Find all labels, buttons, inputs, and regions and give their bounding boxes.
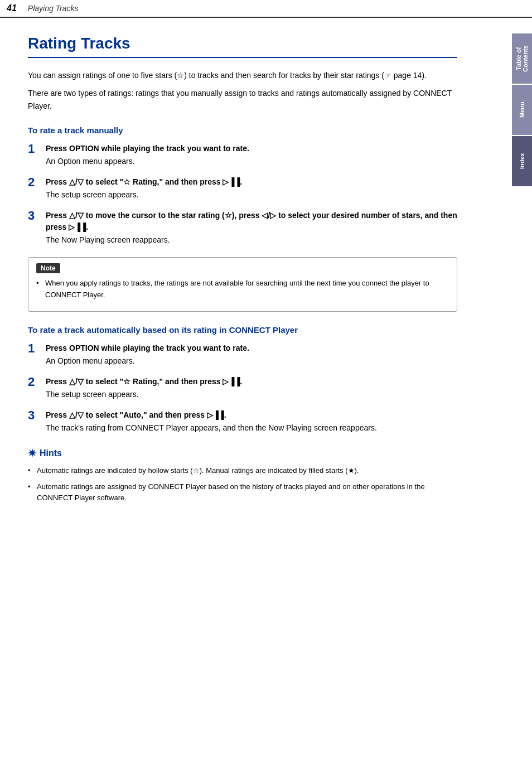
hint-item-2: Automatic ratings are assigned by CONNEC… [28, 481, 457, 505]
note-label: Note [36, 263, 60, 273]
section1-step3: 3 Press △/▽ to move the cursor to the st… [28, 210, 457, 246]
s2-step3-content: Press △/▽ to select "Auto," and then pre… [46, 409, 457, 434]
s2-step2-sub: The setup screen appears. [46, 389, 457, 400]
hints-section: ✷ Hints Automatic ratings are indicated … [28, 447, 457, 504]
step3-number: 3 [28, 209, 46, 223]
section1-step1: 1 Press OPTION while playing the track y… [28, 143, 457, 167]
header-bar: 41 Playing Tracks [0, 0, 532, 18]
section2-step3: 3 Press △/▽ to select "Auto," and then p… [28, 409, 457, 434]
s2-step1-number: 1 [28, 341, 46, 356]
hint-item-1: Automatic ratings are indicated by hollo… [28, 465, 457, 477]
step2-number: 2 [28, 175, 46, 190]
tab-toc[interactable]: Table ofContents [512, 33, 532, 84]
section1-step2: 2 Press △/▽ to select "☆ Rating," and th… [28, 176, 457, 201]
section2-heading: To rate a track automatically based on i… [28, 325, 457, 335]
intro-paragraph-2: There are two types of ratings: ratings … [28, 87, 457, 112]
step2-content: Press △/▽ to select "☆ Rating," and then… [46, 176, 457, 201]
s2-step1-content: Press OPTION while playing the track you… [46, 342, 457, 367]
s2-step2-number: 2 [28, 375, 46, 389]
intro-paragraph-1: You can assign ratings of one to five st… [28, 69, 457, 81]
hints-label: Hints [40, 448, 62, 458]
hints-list: Automatic ratings are indicated by hollo… [28, 465, 457, 504]
s2-step1-main: Press OPTION while playing the track you… [46, 342, 457, 354]
step1-content: Press OPTION while playing the track you… [46, 143, 457, 167]
step3-sub: The Now Playing screen reappears. [46, 234, 457, 246]
note-box: Note When you apply ratings to tracks, t… [28, 257, 457, 312]
tab-index[interactable]: Index [512, 136, 532, 186]
main-content: Rating Tracks You can assign ratings of … [0, 18, 485, 531]
step1-number: 1 [28, 142, 46, 156]
hints-icon: ✷ [28, 447, 36, 460]
s2-step3-number: 3 [28, 408, 46, 423]
page-number: 41 [7, 3, 17, 13]
step2-sub: The setup screen appears. [46, 189, 457, 201]
note-item: When you apply ratings to tracks, the ra… [36, 278, 449, 301]
section1-heading: To rate a track manually [28, 125, 457, 135]
s2-step2-content: Press △/▽ to select "☆ Rating," and then… [46, 376, 457, 400]
s2-step3-sub: The track's rating from CONNECT Player a… [46, 422, 457, 434]
section2-step2: 2 Press △/▽ to select "☆ Rating," and th… [28, 376, 457, 400]
note-list: When you apply ratings to tracks, the ra… [36, 278, 449, 301]
header-title: Playing Tracks [28, 4, 79, 13]
sidebar-tabs: Table ofContents Menu Index [512, 33, 532, 186]
page-heading: Rating Tracks [28, 35, 457, 58]
s2-step2-main: Press △/▽ to select "☆ Rating," and then… [46, 376, 457, 388]
step3-content: Press △/▽ to move the cursor to the star… [46, 210, 457, 246]
tab-menu[interactable]: Menu [512, 85, 532, 135]
s2-step1-sub: An Option menu appears. [46, 355, 457, 367]
section2-step1: 1 Press OPTION while playing the track y… [28, 342, 457, 367]
hints-heading: ✷ Hints [28, 447, 457, 460]
step3-main: Press △/▽ to move the cursor to the star… [46, 210, 457, 233]
step1-sub: An Option menu appears. [46, 156, 457, 167]
step2-main: Press △/▽ to select "☆ Rating," and then… [46, 176, 457, 188]
step1-main: Press OPTION while playing the track you… [46, 143, 457, 154]
s2-step3-main: Press △/▽ to select "Auto," and then pre… [46, 409, 457, 421]
